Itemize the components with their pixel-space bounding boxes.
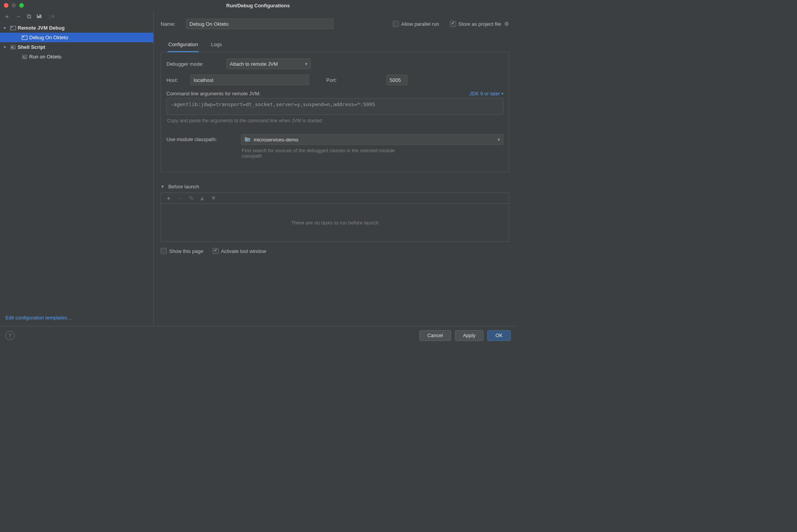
- svg-rect-2: [22, 36, 27, 40]
- chevron-down-icon: ▼: [304, 62, 308, 66]
- module-classpath-value: microservices-demo: [254, 137, 298, 143]
- cmd-args-box[interactable]: -agentlib:jdwp=transport=dt_socket,serve…: [166, 98, 503, 115]
- chevron-down-icon: ▼: [161, 185, 164, 189]
- add-config-icon[interactable]: ＋: [4, 13, 10, 20]
- store-as-project-check-input[interactable]: [450, 21, 456, 27]
- chevron-down-icon: ▾: [4, 45, 8, 49]
- remote-jvm-icon: [22, 35, 28, 41]
- cmd-args-hint: Copy and paste the arguments to the comm…: [166, 118, 503, 123]
- store-as-project-checkbox[interactable]: Store as project file ⚙: [450, 21, 509, 27]
- store-as-project-label: Store as project file: [458, 21, 501, 27]
- remote-jvm-icon: [10, 25, 16, 31]
- tree-item-label: Run on Okteto: [29, 54, 61, 60]
- tab-configuration[interactable]: Configuration: [168, 38, 199, 52]
- chevron-down-icon: ▾: [4, 26, 8, 30]
- before-launch-empty: There are no tasks to run before launch: [291, 220, 379, 226]
- allow-parallel-checkbox[interactable]: Allow parallel run: [393, 21, 439, 27]
- debugger-mode-value: Attach to remote JVM: [230, 61, 278, 67]
- tab-logs[interactable]: Logs: [210, 38, 222, 52]
- tree-group-shell-script[interactable]: ▾ >_ Shell Script: [0, 42, 153, 52]
- shell-script-icon: >_: [10, 44, 16, 50]
- host-input[interactable]: [190, 75, 309, 85]
- close-window-button[interactable]: [4, 3, 8, 8]
- help-icon[interactable]: ?: [5, 331, 15, 340]
- svg-text:>_: >_: [11, 46, 15, 49]
- before-launch-list: There are no tasks to run before launch: [161, 203, 509, 242]
- sidebar: ＋ － ⧉ ↓≡ ▾ Remote JVM Debug Debug On Okt…: [0, 11, 154, 326]
- window-controls: [4, 3, 24, 8]
- svg-rect-1: [11, 27, 13, 28]
- svg-rect-8: [248, 139, 250, 141]
- name-input[interactable]: [186, 18, 334, 29]
- folder-icon: [244, 136, 251, 143]
- ok-button[interactable]: OK: [487, 330, 511, 341]
- show-this-page-label: Show this page: [169, 248, 203, 254]
- port-input[interactable]: [386, 75, 408, 85]
- cmd-args-label: Command line arguments for remote JVM:: [166, 91, 261, 96]
- name-label: Name:: [161, 21, 175, 27]
- jdk-version-label: JDK 9 or later: [470, 91, 500, 96]
- add-task-icon[interactable]: ＋: [166, 195, 172, 201]
- chevron-down-icon: ▼: [497, 138, 501, 142]
- debugger-mode-select[interactable]: Attach to remote JVM ▼: [226, 58, 311, 69]
- sort-config-icon[interactable]: ↓≡: [48, 13, 55, 20]
- edit-templates-link[interactable]: Edit configuration templates…: [5, 315, 72, 321]
- before-launch-header[interactable]: ▼ Before launch: [161, 184, 509, 190]
- apply-button[interactable]: Apply: [455, 330, 484, 341]
- tabs: Configuration Logs: [161, 38, 509, 52]
- svg-rect-0: [10, 26, 16, 30]
- save-templates-icon[interactable]: [37, 13, 43, 20]
- svg-rect-3: [23, 37, 24, 37]
- edit-task-icon[interactable]: ✎: [189, 195, 194, 201]
- config-tree: ▾ Remote JVM Debug Debug On Okteto ▾ >_ …: [0, 22, 153, 311]
- svg-text:>_: >_: [23, 55, 27, 59]
- maximize-window-button[interactable]: [19, 3, 24, 8]
- tree-group-label: Shell Script: [18, 44, 45, 50]
- move-up-icon[interactable]: ▲: [199, 195, 205, 201]
- tree-item-label: Debug On Okteto: [29, 35, 68, 40]
- activate-tool-window-checkbox[interactable]: Activate tool window: [213, 248, 266, 254]
- cmd-args-value: -agentlib:jdwp=transport=dt_socket,serve…: [171, 101, 375, 107]
- tree-group-remote-jvm[interactable]: ▾ Remote JVM Debug: [0, 23, 153, 33]
- main-panel: Name: Allow parallel run Store as projec…: [154, 11, 516, 326]
- cancel-button[interactable]: Cancel: [419, 330, 451, 341]
- allow-parallel-check-input[interactable]: [393, 21, 399, 27]
- before-launch-toolbar: ＋ － ✎ ▲ ▼: [161, 193, 509, 203]
- remove-task-icon[interactable]: －: [177, 195, 183, 201]
- tree-group-label: Remote JVM Debug: [18, 25, 65, 31]
- copy-config-icon[interactable]: ⧉: [27, 13, 31, 20]
- debugger-mode-label: Debugger mode:: [166, 61, 221, 67]
- gear-icon[interactable]: ⚙: [504, 21, 509, 27]
- titlebar: Run/Debug Configurations: [0, 0, 516, 11]
- configuration-panel: Debugger mode: Attach to remote JVM ▼ Ho…: [161, 52, 509, 172]
- window-title: Run/Debug Configurations: [226, 3, 290, 8]
- host-label: Host:: [166, 77, 185, 83]
- footer: ? Cancel Apply OK: [0, 326, 516, 344]
- show-this-page-check-input[interactable]: [161, 248, 167, 254]
- show-this-page-checkbox[interactable]: Show this page: [161, 248, 203, 254]
- minimize-window-button[interactable]: [12, 3, 16, 8]
- activate-tool-window-label: Activate tool window: [221, 248, 266, 254]
- port-label: Port:: [326, 77, 381, 83]
- allow-parallel-label: Allow parallel run: [401, 21, 439, 27]
- tree-item-run-on-okteto[interactable]: >_ Run on Okteto: [0, 52, 153, 62]
- tree-item-debug-on-okteto[interactable]: Debug On Okteto: [0, 33, 153, 42]
- move-down-icon[interactable]: ▼: [211, 195, 217, 201]
- before-launch-label: Before launch: [168, 184, 199, 190]
- remove-config-icon[interactable]: －: [15, 13, 22, 20]
- activate-tool-window-check-input[interactable]: [213, 248, 219, 254]
- sidebar-toolbar: ＋ － ⧉ ↓≡: [0, 11, 153, 22]
- module-classpath-label: Use module classpath:: [166, 134, 236, 142]
- module-classpath-hint: First search for sources of the debugged…: [241, 148, 410, 159]
- chevron-down-icon: ▾: [501, 91, 503, 96]
- jdk-version-select[interactable]: JDK 9 or later ▾: [470, 91, 503, 96]
- module-classpath-select[interactable]: microservices-demo ▼: [241, 134, 503, 145]
- shell-script-icon: >_: [22, 54, 28, 60]
